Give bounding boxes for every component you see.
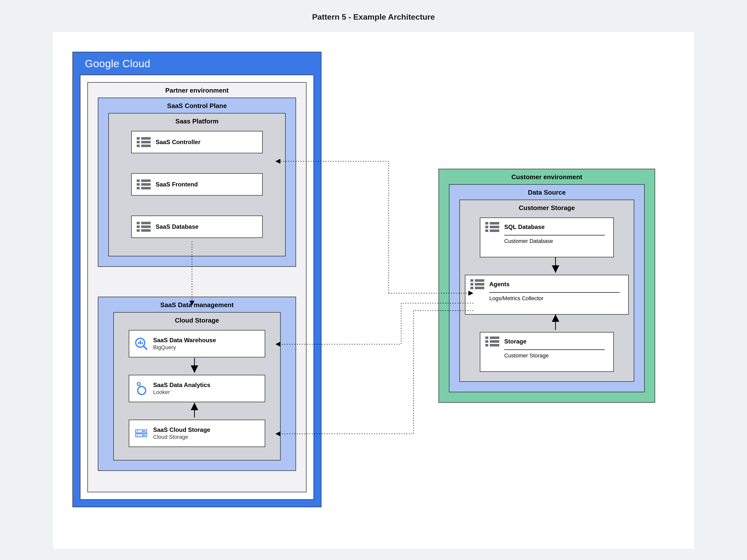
svg-rect-2 xyxy=(140,341,141,344)
saas-database-card: SaaS Database xyxy=(131,216,263,238)
svg-point-5 xyxy=(137,382,140,385)
saas-data-analytics-card: SaaS Data Analytics Looker xyxy=(129,375,265,402)
item-label: SaaS Cloud Storage xyxy=(153,426,210,433)
svg-line-4 xyxy=(144,346,147,349)
storage-card: Storage Customer Storage xyxy=(480,332,614,372)
svg-point-12 xyxy=(137,435,138,436)
saas-data-mgmt-title: SaaS Data management xyxy=(98,297,295,313)
svg-rect-1 xyxy=(138,342,139,344)
page-title: Pattern 5 - Example Architecture xyxy=(0,0,747,32)
item-sublabel: Cloud Storage xyxy=(153,434,210,440)
svg-point-6 xyxy=(138,386,146,395)
item-label: Storage xyxy=(504,338,526,345)
saas-frontend-card: SaaS Frontend xyxy=(131,173,263,196)
diagram-canvas: Google Cloud Partner environment SaaS Co… xyxy=(52,32,695,549)
compute-icon xyxy=(485,222,499,232)
item-label: SaaS Controller xyxy=(156,139,201,145)
divider xyxy=(504,235,605,236)
cloud-storage-container: Cloud Storage SaaS Data Warehouse BigQue… xyxy=(113,312,281,460)
saas-controller-card: SaaS Controller xyxy=(131,131,263,153)
compute-icon xyxy=(137,137,151,147)
saas-platform-title: Saas Platform xyxy=(109,113,285,129)
google-cloud-inner: Partner environment SaaS Control Plane S… xyxy=(80,75,314,500)
partner-env-title: Partner environment xyxy=(88,83,306,98)
svg-rect-13 xyxy=(142,435,145,436)
customer-storage-title: Customer Storage xyxy=(460,200,634,216)
saas-control-plane: SaaS Control Plane Saas Platform SaaS Co… xyxy=(98,98,296,267)
customer-storage: Customer Storage SQL Database Customer D… xyxy=(459,199,634,382)
looker-icon xyxy=(134,381,148,396)
svg-point-10 xyxy=(137,431,138,432)
compute-icon xyxy=(485,337,499,346)
item-label: SQL Database xyxy=(504,223,545,231)
item-sublabel: Customer Storage xyxy=(504,352,608,359)
item-label: Agents xyxy=(489,281,510,288)
item-label: SaaS Database xyxy=(156,223,199,230)
saas-cloud-storage-card: SaaS Cloud Storage Cloud Storage xyxy=(129,420,265,447)
item-label: SaaS Data Analytics xyxy=(153,381,210,389)
sql-database-card: SQL Database Customer Database xyxy=(480,217,614,257)
partner-environment: Partner environment SaaS Control Plane S… xyxy=(87,82,307,492)
saas-platform: Saas Platform SaaS Controller xyxy=(108,113,286,256)
item-sublabel: Logs/Metrics Collector xyxy=(489,295,623,302)
data-source-title: Data Source xyxy=(449,185,644,201)
bigquery-icon xyxy=(134,337,148,351)
data-source: Data Source Customer Storage SQL Databas… xyxy=(449,184,645,392)
svg-rect-3 xyxy=(142,342,143,344)
customer-environment: Customer environment Data Source Custome… xyxy=(438,169,655,403)
item-label: SaaS Frontend xyxy=(156,181,198,188)
compute-icon xyxy=(137,180,151,189)
saas-data-management: SaaS Data management Cloud Storage SaaS … xyxy=(98,297,296,471)
item-sublabel: Customer Database xyxy=(504,238,608,244)
customer-env-title: Customer environment xyxy=(439,169,654,185)
item-sublabel: Looker xyxy=(153,389,210,396)
cloud-storage-title: Cloud Storage xyxy=(114,313,280,328)
google-cloud-frame: Google Cloud Partner environment SaaS Co… xyxy=(73,52,321,507)
svg-rect-11 xyxy=(142,431,145,432)
compute-icon xyxy=(137,222,151,232)
agents-card: Agents Logs/Metrics Collector xyxy=(465,275,629,315)
divider xyxy=(489,292,620,293)
compute-icon xyxy=(470,279,484,289)
svg-point-7 xyxy=(139,386,141,387)
saas-control-plane-title: SaaS Control Plane xyxy=(98,98,295,114)
saas-data-warehouse-card: SaaS Data Warehouse BigQuery xyxy=(129,330,265,357)
item-sublabel: BigQuery xyxy=(153,344,216,351)
google-cloud-logo: Google Cloud xyxy=(73,52,321,70)
cloud-storage-icon xyxy=(134,426,148,440)
divider xyxy=(504,349,605,350)
item-label: SaaS Data Warehouse xyxy=(153,337,216,344)
